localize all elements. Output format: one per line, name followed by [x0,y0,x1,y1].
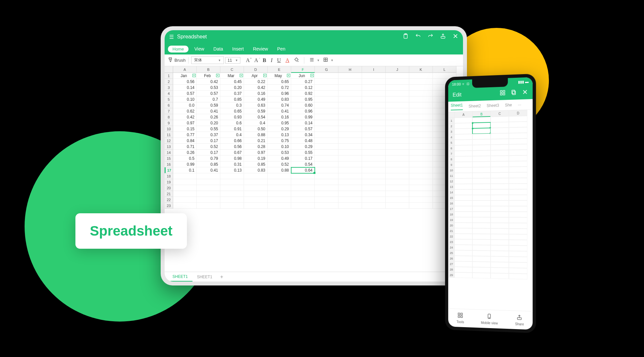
data-cell[interactable]: 0.83 [244,167,268,173]
phone-cell[interactable] [454,272,473,278]
data-cell[interactable] [409,96,433,102]
data-cell[interactable] [409,120,433,126]
data-cell[interactable]: 0.55 [197,126,220,132]
row-header[interactable]: 11 [165,132,173,138]
phone-cell[interactable] [509,155,527,161]
data-cell[interactable]: Apr▾ [244,73,268,79]
underline-button[interactable]: U [277,57,281,63]
data-cell[interactable]: 0.53 [197,85,220,91]
data-cell[interactable]: 0.15 [173,126,197,132]
data-cell[interactable]: 0.48 [291,138,315,144]
tab-insert[interactable]: Insert [232,46,244,52]
data-cell[interactable]: 0.96 [291,108,315,114]
data-cell[interactable]: Jan▾ [173,73,197,79]
font-color-button[interactable]: A [286,57,290,63]
phone-row-header[interactable]: 8 [448,157,454,162]
data-cell[interactable]: 0.21 [244,138,268,144]
data-cell[interactable]: 0.13 [220,167,244,173]
tab-pen[interactable]: Pen [277,46,285,52]
data-cell[interactable] [315,102,338,108]
phone-cell[interactable] [491,139,509,145]
data-cell[interactable] [315,108,338,114]
phone-cell[interactable] [473,139,491,145]
col-header[interactable]: B [197,66,220,73]
row-header[interactable]: 1 [165,73,173,79]
data-cell[interactable] [338,114,362,120]
phone-cell[interactable] [454,151,473,157]
phone-cell[interactable] [454,156,473,162]
brush-label[interactable]: Brush [174,58,186,63]
data-cell[interactable]: 0.95 [268,120,291,126]
borders-icon[interactable] [323,57,328,64]
data-cell[interactable]: 0.97 [244,150,268,156]
phone-tab-more[interactable]: ··· [518,102,521,107]
data-cell[interactable]: 0.26 [173,150,197,156]
phone-row-header[interactable]: 6 [448,145,454,151]
phone-cell[interactable] [491,245,509,251]
phone-cell[interactable] [473,150,491,156]
data-cell[interactable]: 0.64 [291,167,315,173]
data-cell[interactable]: 0.29 [268,126,291,132]
add-sheet-button[interactable]: + [220,274,223,280]
data-cell[interactable]: 0.49 [268,156,291,161]
data-cell[interactable] [362,114,386,120]
col-header[interactable]: F [291,66,315,73]
fill-color-icon[interactable] [294,57,299,64]
phone-cell[interactable] [491,256,509,262]
filter-icon[interactable]: ▾ [287,74,290,77]
data-cell[interactable]: 0.65 [220,108,244,114]
data-cell[interactable]: 0.37 [220,91,244,96]
phone-cell[interactable] [491,128,509,134]
phone-cell[interactable] [509,127,527,133]
data-cell[interactable] [315,85,338,91]
tab-data[interactable]: Data [213,46,223,52]
phone-row-header[interactable]: 3 [448,129,454,134]
data-cell[interactable]: 0.57 [197,91,220,96]
phone-cell[interactable] [491,116,509,122]
data-cell[interactable]: 0.0 [173,102,197,108]
phone-cell[interactable] [473,228,491,234]
data-cell[interactable] [362,144,386,150]
phone-cell[interactable] [473,134,491,139]
data-cell[interactable] [315,114,338,120]
phone-row-header[interactable]: 5 [448,140,454,145]
phone-row-header[interactable]: 22 [448,234,454,239]
col-header[interactable]: J [386,66,409,73]
phone-cell[interactable] [473,156,491,162]
data-cell[interactable] [362,161,386,167]
data-cell[interactable] [362,150,386,156]
data-cell[interactable]: 0.7 [197,96,220,102]
data-cell[interactable]: 0.75 [268,138,291,144]
phone-col-header[interactable]: D [509,110,527,116]
phone-row-header[interactable]: 12 [448,178,454,184]
phone-cell[interactable] [454,117,473,123]
phone-cell[interactable] [509,138,527,144]
data-cell[interactable]: 0.99 [291,114,315,120]
phone-cell[interactable] [491,144,509,150]
phone-row-header[interactable]: 20 [448,222,454,228]
data-cell[interactable] [386,102,409,108]
phone-cell[interactable] [509,234,527,240]
data-cell[interactable]: 0.3 [220,102,244,108]
phone-row-header[interactable]: 28 [448,267,454,272]
phone-row-header[interactable]: 29 [448,272,454,278]
data-cell[interactable] [386,144,409,150]
phone-cell[interactable] [454,162,473,168]
phone-cell[interactable] [491,206,509,212]
phone-cell[interactable] [473,245,491,251]
sheet-tab-2[interactable]: SHEET1 [192,272,217,282]
data-cell[interactable]: 0.57 [173,91,197,96]
data-cell[interactable]: 0.92 [291,91,315,96]
data-cell[interactable]: 0.59 [244,108,268,114]
phone-cell[interactable] [454,139,473,145]
phone-cell[interactable] [454,261,473,267]
phone-cell[interactable] [509,212,527,217]
data-cell[interactable]: 0.41 [197,108,220,114]
data-cell[interactable] [362,85,386,91]
col-header[interactable]: G [315,66,338,73]
phone-cell[interactable] [491,228,509,234]
data-cell[interactable] [362,108,386,114]
phone-cell[interactable] [491,150,509,156]
phone-cell[interactable] [509,189,527,195]
data-cell[interactable] [315,150,338,156]
